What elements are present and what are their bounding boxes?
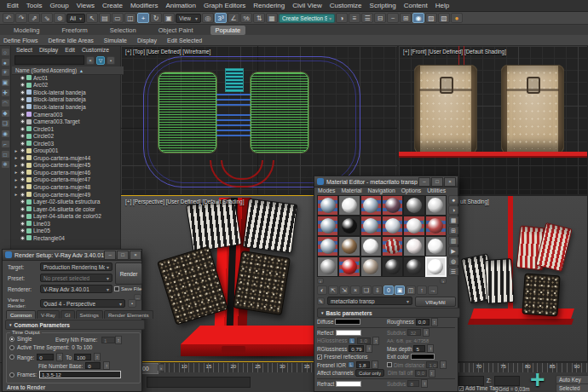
- preset-dropdown[interactable]: No preset selected ▾: [40, 274, 112, 282]
- viewport-top[interactable]: [+] [Top] [User Defined] [Wireframe]: [120, 45, 398, 195]
- menu-help[interactable]: Help: [435, 2, 449, 9]
- range-radio[interactable]: [9, 355, 14, 360]
- list-item-arc02[interactable]: Arc02: [12, 82, 120, 89]
- ribbon-action-display[interactable]: Display: [137, 37, 157, 43]
- max-depth-field[interactable]: 5: [413, 345, 425, 352]
- me-menu-navigation[interactable]: Navigation: [368, 187, 395, 193]
- spinner-icon[interactable]: ↕: [372, 337, 379, 345]
- visibility-eye-icon[interactable]: [20, 83, 25, 87]
- list-item-block-lateral-bandeja[interactable]: Block-lateral bandeja: [12, 103, 120, 111]
- diffuse-swatch[interactable]: [335, 319, 360, 325]
- lock-icon[interactable]: •: [107, 56, 115, 65]
- every-nth-field[interactable]: 1: [101, 337, 115, 343]
- assign-to-selection-icon[interactable]: ⇲: [339, 285, 349, 295]
- percent-snap-icon[interactable]: %: [240, 13, 252, 23]
- list-item-arc01[interactable]: Arc01: [12, 74, 120, 82]
- spinner-icon[interactable]: ↕: [421, 379, 428, 388]
- display-cameras-icon[interactable]: ▣: [1, 78, 10, 87]
- fresnel-ior-field[interactable]: 1,8: [356, 361, 370, 368]
- spinner-snap-icon[interactable]: ⇅: [253, 13, 265, 23]
- scroll-right-icon[interactable]: ›: [440, 278, 447, 284]
- visibility-eye-icon[interactable]: [20, 170, 25, 175]
- menu-customize[interactable]: Customize: [330, 2, 362, 9]
- ribbon-tab-populate[interactable]: Populate: [210, 26, 246, 35]
- spinner-icon[interactable]: ↕: [115, 336, 122, 344]
- material-slot-10[interactable]: [382, 216, 403, 236]
- visibility-eye-icon[interactable]: [20, 105, 25, 109]
- visibility-eye-icon[interactable]: [20, 177, 25, 182]
- expand-icon[interactable]: ▸: [14, 148, 19, 153]
- coordinate-z-field[interactable]: [494, 376, 520, 386]
- list-item-grupo-cartera-mujer49[interactable]: ▸Grupo-cartera-mujer49: [12, 191, 120, 199]
- material-slot-8[interactable]: [338, 216, 360, 236]
- visibility-eye-icon[interactable]: [20, 134, 25, 138]
- time-tag-checkbox[interactable]: ✓: [458, 386, 464, 391]
- scale-icon[interactable]: ▣: [163, 13, 175, 23]
- menu-tools[interactable]: Tools: [26, 2, 43, 9]
- lock-glossiness-icon[interactable]: L: [349, 337, 355, 344]
- rotate-icon[interactable]: ↻: [150, 13, 162, 23]
- material-slot-7[interactable]: [317, 216, 338, 236]
- ribbon-tab-freeform[interactable]: Freeform: [56, 26, 92, 35]
- bind-to-spacewarp-icon[interactable]: ⊛: [54, 13, 66, 23]
- make-preview-icon[interactable]: ▶: [448, 246, 458, 256]
- show-end-result-icon[interactable]: ◫: [406, 285, 416, 295]
- reference-coordinate-dropdown[interactable]: View▾: [176, 14, 201, 23]
- material-slot-14[interactable]: [338, 236, 360, 257]
- material-navigator-icon[interactable]: ☰: [448, 267, 458, 276]
- save-file-checkbox[interactable]: [114, 286, 119, 291]
- select-object-icon[interactable]: ↖: [86, 13, 98, 23]
- material-slot-5[interactable]: [403, 195, 424, 216]
- spinner-icon[interactable]: ↕: [94, 353, 101, 361]
- render-tab-gi[interactable]: GI: [61, 310, 75, 319]
- frames-field[interactable]: 1,3,5-12: [39, 371, 121, 378]
- render-tab-render-elements[interactable]: Render Elements: [104, 310, 153, 319]
- get-material-icon[interactable]: ◐: [317, 285, 327, 295]
- material-type-button[interactable]: VRayMtl: [415, 297, 456, 307]
- menu-graph-editors[interactable]: Graph Editors: [204, 2, 245, 9]
- visibility-eye-icon[interactable]: [20, 199, 25, 204]
- material-id-icon[interactable]: 0: [383, 285, 394, 295]
- visibility-eye-icon[interactable]: [20, 228, 25, 233]
- menu-animation[interactable]: Animation: [165, 2, 196, 9]
- render-production-icon[interactable]: ●: [451, 13, 463, 23]
- next-frame-icon[interactable]: ›: [158, 364, 164, 372]
- maximize-icon[interactable]: □: [117, 251, 129, 260]
- spinner-icon[interactable]: ↕: [372, 360, 378, 369]
- filter-funnel-icon[interactable]: ▽: [96, 56, 105, 65]
- visibility-eye-icon[interactable]: [20, 112, 25, 117]
- material-slot-15[interactable]: [360, 236, 382, 257]
- visibility-eye-icon[interactable]: [20, 127, 25, 131]
- use-center-icon[interactable]: ◎: [202, 13, 214, 23]
- list-item-block-lateral-bandeja[interactable]: Block-lateral bandeja: [12, 89, 120, 96]
- dim-distance-field[interactable]: 1,0: [426, 361, 438, 368]
- explorer-menu-display[interactable]: Display: [39, 47, 58, 53]
- material-slot-9[interactable]: [360, 216, 382, 236]
- material-slot-1[interactable]: [317, 195, 338, 216]
- close-icon[interactable]: ×: [444, 177, 456, 187]
- align-icon[interactable]: ≡: [349, 13, 360, 23]
- spinner-icon[interactable]: ↕: [366, 344, 372, 353]
- list-item-layer-04-silueta-de-color[interactable]: Layer-04-silueta de color: [12, 205, 120, 213]
- list-item-grupo-cartera-mujer46[interactable]: ▸Grupo-cartera-mujer46: [12, 169, 120, 176]
- render-setup-icon[interactable]: ▨: [425, 13, 437, 23]
- sample-type-icon[interactable]: ●: [448, 195, 458, 205]
- schematic-view-icon[interactable]: ⊞: [400, 13, 412, 23]
- frames-radio[interactable]: [9, 372, 14, 378]
- maximize-icon[interactable]: □: [431, 177, 443, 187]
- menu-group[interactable]: Group: [49, 2, 68, 9]
- add-time-tag[interactable]: ✓ Add Time Tag: [458, 385, 498, 391]
- visibility-eye-icon[interactable]: [20, 90, 25, 95]
- material-slot-17[interactable]: [403, 236, 424, 257]
- ribbon-tab-object-paint[interactable]: Object Paint: [153, 26, 199, 35]
- list-item-grupo-cartera-mujer47[interactable]: ▸Grupo-cartera-mujer47: [12, 176, 120, 184]
- viewport-label-front[interactable]: [+] [Front] [User Defined] [Default Shad…: [403, 49, 506, 55]
- viewport-front[interactable]: [+] [Front] [User Defined] [Default Shad…: [398, 45, 588, 195]
- list-item-layer-04-silueta-de-color02[interactable]: Layer-04-silueta de color02: [12, 212, 120, 220]
- display-helpers-icon[interactable]: ✚: [1, 89, 10, 97]
- menu-create[interactable]: Create: [102, 2, 123, 9]
- angle-snap-icon[interactable]: ∠: [228, 13, 239, 23]
- expand-icon[interactable]: ▸: [14, 184, 19, 189]
- material-slot-24-selected[interactable]: [425, 257, 447, 277]
- expand-icon[interactable]: ▸: [14, 155, 19, 160]
